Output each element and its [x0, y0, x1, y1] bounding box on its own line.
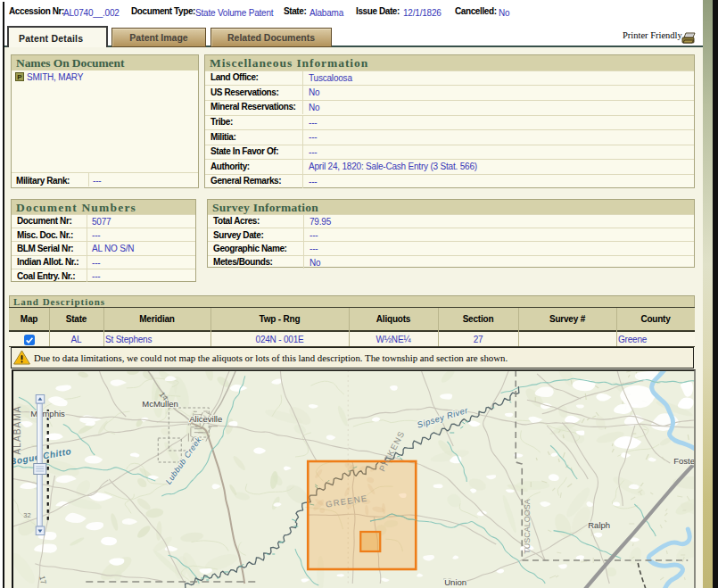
svg-text:Union: Union [444, 577, 466, 587]
svg-text:Memphis: Memphis [30, 409, 65, 418]
svg-text:ALABAMA: ALABAMA [13, 406, 22, 455]
svg-text:Fosters: Fosters [673, 456, 694, 466]
svg-text:32: 32 [23, 511, 30, 519]
svg-text:McMullen: McMullen [142, 399, 178, 409]
svg-text:Ralph: Ralph [588, 520, 610, 530]
svg-text:TUSCALOOSA: TUSCALOOSA [523, 499, 532, 554]
svg-text:P: P [17, 73, 22, 81]
svg-text:Aliceville: Aliceville [189, 414, 222, 424]
